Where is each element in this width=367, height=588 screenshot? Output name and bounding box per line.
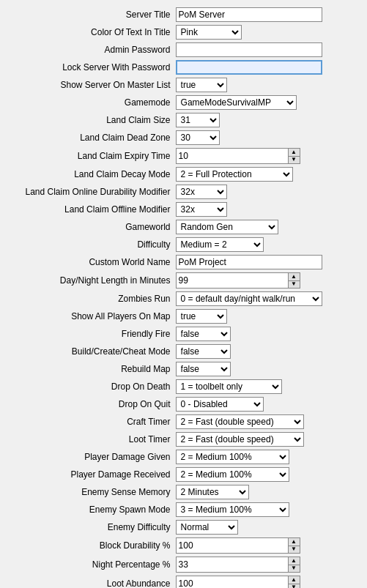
server-title-input[interactable] [176,7,322,22]
zombies-run-label: Zombies Run [118,294,170,304]
lock-server-label: Lock Server With Password [62,62,170,72]
land-claim-expiry-spinner[interactable]: ▲ ▼ [176,148,300,164]
loot-abundance-input[interactable] [177,576,288,588]
drop-on-quit-select[interactable]: 0 - Disabled [176,397,264,412]
player-dmg-received-label: Player Damage Received [70,469,170,480]
night-pct-input[interactable] [177,557,288,572]
color-text-select[interactable]: Pink [176,25,242,40]
lock-server-input[interactable] [176,60,322,75]
drop-on-death-label: Drop On Death [111,382,171,392]
custom-world-label: Custom World Name [89,257,170,267]
day-night-input[interactable] [177,273,288,288]
player-dmg-received-select[interactable]: 2 = Medium 100% [176,467,289,482]
land-claim-offline-label: Land Claim Offline Modifier [64,204,171,215]
enemy-spawn-label: Enemy Spawn Mode [89,505,171,515]
land-claim-size-label: Land Claim Size [106,115,170,125]
loot-timer-select[interactable]: 2 = Fast (double speed) [176,432,304,447]
show-players-label: Show All Players On Map [71,311,170,321]
build-mode-select[interactable]: false true [176,344,231,359]
land-claim-expiry-down[interactable]: ▼ [288,157,300,164]
admin-password-label: Admin Password [105,45,171,55]
land-claim-expiry-label: Land Claim Expiry Time [78,151,171,161]
day-night-up[interactable]: ▲ [288,273,300,281]
player-dmg-given-label: Player Damage Given [84,452,170,462]
enemy-sense-select[interactable]: 2 Minutes [176,485,249,499]
rebuild-map-select[interactable]: false true [176,362,231,376]
loot-abundance-label: Loot Abundance [107,578,171,588]
craft-timer-select[interactable]: 2 = Fast (double speed) [176,414,304,429]
rebuild-map-label: Rebuild Map [121,364,170,374]
loot-abundance-spinner[interactable]: ▲ ▼ [176,576,300,588]
night-pct-up[interactable]: ▲ [288,557,300,565]
day-night-label: Day/Night Length in Minutes [60,275,171,286]
day-night-down[interactable]: ▼ [288,281,300,289]
player-dmg-given-select[interactable]: 2 = Medium 100% [176,450,289,464]
night-pct-spinner[interactable]: ▲ ▼ [176,557,300,573]
gamemode-select[interactable]: GameModeSurvivalMP [176,95,297,110]
enemy-difficulty-label: Enemy Difficulty [108,522,171,532]
enemy-spawn-select[interactable]: 3 = Medium 100% [176,502,289,517]
block-durability-up[interactable]: ▲ [288,538,300,546]
land-claim-decay-select[interactable]: 2 = Full Protection [176,167,293,182]
show-master-label: Show Server On Master List [60,80,170,90]
block-durability-down[interactable]: ▼ [288,546,300,554]
land-claim-expiry-up[interactable]: ▲ [288,149,300,157]
friendly-fire-label: Friendly Fire [122,329,171,339]
gameworld-label: Gameworld [125,222,170,232]
gamemode-label: Gamemode [125,97,171,108]
server-title-label: Server Title [126,10,171,20]
land-claim-expiry-input[interactable] [177,149,288,163]
drop-on-death-select[interactable]: 1 = toolbelt only [176,379,282,394]
land-claim-dead-select[interactable]: 30 [176,130,220,145]
block-durability-spinner[interactable]: ▲ ▼ [176,537,300,554]
friendly-fire-select[interactable]: false true [176,327,231,341]
day-night-spinner[interactable]: ▲ ▼ [176,272,300,289]
land-claim-offline-select[interactable]: 32x [176,202,227,217]
enemy-difficulty-select[interactable]: Normal [176,520,238,535]
show-master-select[interactable]: true false [176,78,227,92]
custom-world-input[interactable] [176,255,322,269]
show-players-select[interactable]: true false [176,309,227,324]
night-pct-label: Night Percentage % [92,559,171,570]
land-claim-size-select[interactable]: 31 [176,113,220,127]
difficulty-label: Difficulty [137,239,170,250]
night-pct-down[interactable]: ▼ [288,565,300,573]
loot-abundance-down[interactable]: ▼ [288,584,300,589]
color-text-label: Color Of Text In Title [91,27,171,37]
gameworld-select[interactable]: Random Gen [176,220,278,234]
land-claim-online-label: Land Claim Online Durability Modifier [25,187,170,197]
drop-on-quit-label: Drop On Quit [119,399,171,409]
craft-timer-label: Craft Timer [127,417,170,427]
difficulty-select[interactable]: Medium = 2 [176,237,264,252]
loot-abundance-up[interactable]: ▲ [288,576,300,584]
admin-password-input[interactable] [176,42,322,57]
loot-timer-label: Loot Timer [129,434,171,444]
enemy-sense-label: Enemy Sense Memory [81,487,170,497]
land-claim-decay-label: Land Claim Decay Mode [74,169,170,179]
build-mode-label: Build/Create/Cheat Mode [72,346,171,357]
land-claim-dead-label: Land Claim Dead Zone [80,133,170,143]
settings-form: Server Title Color Of Text In Title Pink… [6,6,361,588]
block-durability-label: Block Durability % [100,540,171,551]
land-claim-online-select[interactable]: 32x [176,185,227,199]
zombies-run-select[interactable]: 0 = default day/night walk/run [176,291,322,306]
block-durability-input[interactable] [177,538,288,553]
